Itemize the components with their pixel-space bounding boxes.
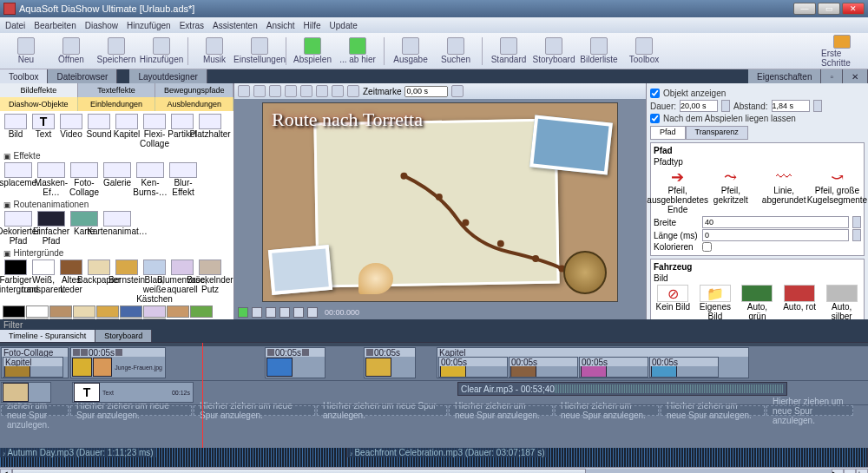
hint-new-track[interactable]: Hierher ziehen um neue Spur anzulegen. bbox=[1, 405, 69, 416]
pause-icon[interactable] bbox=[252, 307, 262, 318]
veh-silver[interactable]: Auto, silber bbox=[823, 285, 861, 319]
next-icon[interactable] bbox=[293, 307, 304, 318]
route-simple[interactable]: Einfacher Pfad bbox=[36, 211, 67, 246]
tbx-tab-bewegungspfade[interactable]: Bewegungspfade bbox=[155, 83, 233, 97]
fx-mask[interactable]: Masken-Ef… bbox=[36, 162, 67, 197]
clip-text[interactable]: TText00:12s bbox=[72, 382, 194, 403]
obj-sound[interactable]: Sound bbox=[86, 114, 112, 148]
input-abstand[interactable] bbox=[772, 100, 810, 112]
tb-abspielen[interactable]: Abspielen bbox=[292, 35, 333, 68]
fx-galerie[interactable]: Galerie bbox=[102, 162, 133, 197]
obj-video[interactable]: Video bbox=[58, 114, 84, 148]
tb-musik[interactable]: Musik bbox=[194, 35, 235, 68]
fx-collage[interactable]: Foto-Collage bbox=[69, 162, 100, 197]
tb-ausgabe[interactable]: Ausgabe bbox=[390, 35, 431, 68]
align-right-icon[interactable] bbox=[332, 85, 344, 97]
video-track-1[interactable]: Foto-Collage Kapitel 00:05s Junge-Frauen… bbox=[0, 346, 868, 381]
maximize-button[interactable]: ▭ bbox=[818, 3, 840, 15]
clip-image[interactable]: 00:05s bbox=[438, 357, 508, 378]
tb-neu[interactable]: Neu bbox=[5, 35, 47, 68]
hint-new-track[interactable]: Hierher ziehen um neue Spur anzulegen. bbox=[194, 405, 315, 416]
select-tool-icon[interactable] bbox=[238, 85, 250, 97]
color-swatch[interactable] bbox=[73, 305, 95, 318]
clip-image[interactable]: 00:05s bbox=[649, 357, 719, 378]
color-swatch[interactable] bbox=[49, 319, 72, 319]
menu-diashow[interactable]: Diashow bbox=[85, 21, 118, 30]
close-button[interactable]: ✕ bbox=[842, 3, 865, 15]
panel-tab-eigenschaften[interactable]: Eigenschaften bbox=[748, 69, 821, 83]
arrow-scribbled[interactable]: ⤳Pfeil, gekritzelt bbox=[712, 168, 750, 214]
panel-undock-button[interactable]: ▫ bbox=[821, 69, 843, 83]
clip-image[interactable] bbox=[1, 382, 51, 403]
color-swatch[interactable] bbox=[26, 319, 49, 319]
clip-image[interactable]: 00:05s bbox=[364, 347, 416, 378]
panel-close-button[interactable]: ✕ bbox=[843, 69, 868, 83]
input-breite[interactable]: 40 bbox=[702, 216, 849, 228]
obj-text[interactable]: TText bbox=[30, 114, 56, 148]
tb-storyboard[interactable]: Storyboard bbox=[533, 35, 575, 68]
line-rounded[interactable]: 〰Linie, abgerundet bbox=[765, 168, 803, 214]
tb-abhier[interactable]: ... ab hier bbox=[337, 35, 378, 68]
spin-up-icon[interactable] bbox=[451, 85, 464, 97]
obj-flexi[interactable]: Flexi-Collage bbox=[141, 114, 168, 148]
scroll-thumb[interactable] bbox=[12, 469, 586, 474]
chk-liegen-lassen[interactable] bbox=[650, 114, 660, 123]
menu-datei[interactable]: Datei bbox=[5, 21, 25, 30]
clip-kapitel[interactable]: Foto-Collage Kapitel bbox=[1, 347, 69, 378]
menu-ansicht[interactable]: Ansicht bbox=[266, 21, 295, 30]
preview-canvas[interactable]: Route nach Torretta bbox=[262, 102, 618, 302]
scroll-track[interactable] bbox=[12, 469, 832, 474]
color-swatch[interactable] bbox=[96, 305, 119, 318]
input-laenge[interactable]: 0 bbox=[702, 229, 849, 241]
hint-new-track[interactable]: Hierher ziehen um neue Spur anzulegen. bbox=[317, 405, 447, 416]
spin-icon[interactable] bbox=[721, 100, 730, 112]
color-swatch[interactable] bbox=[96, 319, 119, 319]
clip-image[interactable]: 00:05s Junge-Frauen.jpg bbox=[70, 347, 166, 378]
move-tool-icon[interactable] bbox=[253, 85, 266, 97]
tb-einstellungen[interactable]: Einstellungen bbox=[239, 35, 280, 68]
color-swatch[interactable] bbox=[26, 305, 49, 318]
hint-new-track[interactable]: Hierher ziehen um neue Spur anzulegen. bbox=[661, 405, 765, 416]
panel-tab-layoutdesigner[interactable]: Layoutdesigner bbox=[129, 69, 207, 83]
color-swatch[interactable] bbox=[120, 305, 142, 318]
obj-platzhalter[interactable]: Platzhalter bbox=[197, 114, 223, 148]
tb-toolbox[interactable]: Toolbox bbox=[623, 35, 665, 68]
zoom-tool-icon[interactable] bbox=[285, 85, 297, 97]
clip-image[interactable]: 00:05s bbox=[265, 347, 326, 378]
bg-item[interactable]: Weiß, transparent bbox=[30, 259, 56, 304]
tb-bilderliste[interactable]: Bilderliste bbox=[578, 35, 620, 68]
tb-oeffnen[interactable]: Öffnen bbox=[50, 35, 92, 68]
tab-pfad[interactable]: Pfad bbox=[650, 126, 686, 140]
audio-clip-autumn[interactable]: ♪ Autumn Day.mp3 (Dauer: 1:11;23 ms) bbox=[0, 448, 347, 467]
tb-speichern[interactable]: Speichern bbox=[95, 35, 137, 68]
clip-kapitel-group[interactable]: Kapitel 00:05s 00:05s 00:05s 00:05s bbox=[437, 347, 749, 378]
prev-icon[interactable] bbox=[279, 307, 290, 318]
clip-image[interactable]: 00:05s bbox=[509, 357, 578, 378]
color-swatch[interactable] bbox=[49, 305, 72, 318]
menu-bearbeiten[interactable]: Bearbeiten bbox=[34, 21, 76, 30]
tab-timeline[interactable]: Timeline - Spuransicht bbox=[0, 330, 95, 342]
chk-objekt-anzeigen[interactable] bbox=[650, 89, 660, 98]
hint-new-track[interactable]: Hierher ziehen um neue Spur anzulegen. bbox=[555, 405, 659, 416]
tbx-sub-ausblendungen[interactable]: Ausblendungen bbox=[155, 97, 233, 111]
color-swatch[interactable] bbox=[143, 305, 166, 318]
spin-icon[interactable] bbox=[852, 216, 861, 228]
color-swatch[interactable] bbox=[143, 319, 166, 319]
obj-bild[interactable]: Bild bbox=[3, 114, 29, 148]
playhead[interactable] bbox=[202, 343, 203, 448]
menu-extras[interactable]: Extras bbox=[180, 21, 204, 30]
fx-kenburns[interactable]: Ken-Burns-… bbox=[135, 162, 166, 197]
stop-icon[interactable] bbox=[266, 307, 276, 318]
menu-hilfe[interactable]: Hilfe bbox=[304, 21, 321, 30]
hint-new-track[interactable]: Hierher ziehen um neue Spur anzulegen. bbox=[449, 405, 553, 416]
audio-clip[interactable]: Clear Air.mp3 - 00:53;40 bbox=[457, 382, 787, 396]
audio-clip-beachfront[interactable]: ♪ Beachfront Celebration.mp3 (Dauer: 03:… bbox=[347, 448, 868, 467]
master-audio-track[interactable]: ♪ Autumn Day.mp3 (Dauer: 1:11;23 ms) ♪ B… bbox=[0, 448, 868, 467]
scroll-right-button[interactable]: ▶ bbox=[832, 469, 844, 474]
veh-own[interactable]: 📁Eigenes Bild bbox=[696, 285, 734, 319]
tbx-sub-objekte[interactable]: Diashow-Objekte bbox=[0, 97, 78, 111]
spin-icon[interactable] bbox=[852, 229, 861, 241]
obj-kapitel[interactable]: Kapitel bbox=[114, 114, 140, 148]
veh-green[interactable]: Auto, grün bbox=[738, 285, 776, 319]
color-swatch[interactable] bbox=[120, 319, 142, 319]
